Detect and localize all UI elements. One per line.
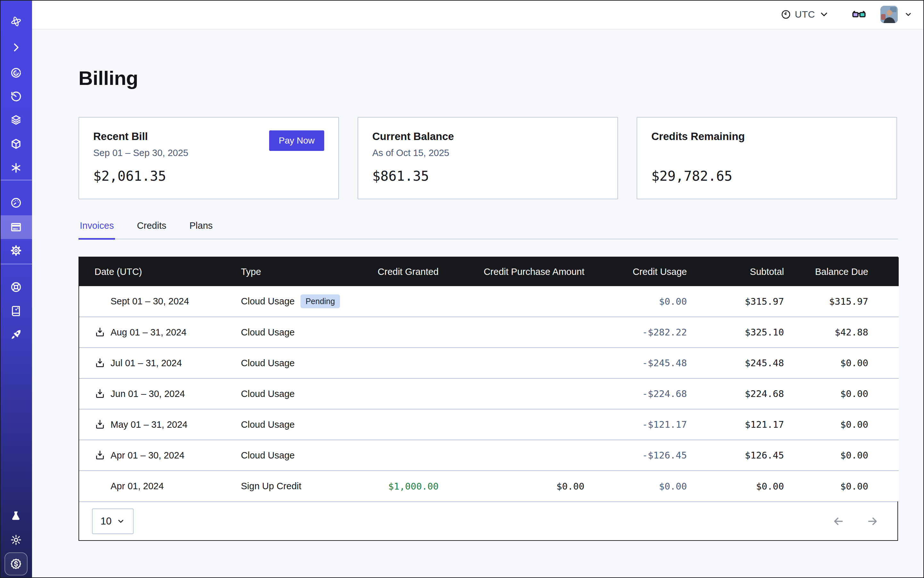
credit-usage-value: -$121.17 xyxy=(585,409,687,440)
subtotal-value: $224.68 xyxy=(687,378,784,409)
pay-now-button[interactable]: Pay Now xyxy=(269,130,324,151)
download-invoice-button[interactable] xyxy=(94,327,106,338)
invoice-period: Apr 01 – 30, 2024 xyxy=(110,450,185,461)
invoices-table: Date (UTC) Type Credit Granted Credit Pu… xyxy=(78,257,898,541)
credit-purchase-value xyxy=(438,286,585,317)
card-title: Credits Remaining xyxy=(651,130,882,143)
iris-icon[interactable] xyxy=(6,63,26,83)
main-content: Billing Recent Bill Sep 01 – Sep 30, 202… xyxy=(32,29,924,578)
flask-icon[interactable] xyxy=(6,506,26,526)
tab-plans[interactable]: Plans xyxy=(188,221,214,239)
invoice-period: Aug 01 – 31, 2024 xyxy=(110,327,187,338)
credit-usage-value: -$126.45 xyxy=(585,440,687,471)
download-invoice-button[interactable] xyxy=(94,450,106,461)
card-subtitle xyxy=(651,148,882,159)
card-amount: $861.35 xyxy=(372,168,603,184)
table-row: Aug 01 – 31, 2024 Cloud Usage -$282.22 $… xyxy=(79,317,899,347)
sidebar-divider xyxy=(0,180,32,180)
invoice-type: Cloud Usage xyxy=(241,296,295,307)
invoice-period: Apr 01, 2024 xyxy=(110,481,164,492)
gear-icon[interactable] xyxy=(6,240,26,261)
gauge-icon[interactable] xyxy=(6,193,26,213)
subtotal-value: $0.00 xyxy=(687,471,784,502)
subtotal-value: $126.45 xyxy=(687,440,784,471)
page-size-value: 10 xyxy=(101,516,112,527)
card-amount: $2,061.35 xyxy=(93,168,324,184)
credit-granted-value xyxy=(359,286,438,317)
table-row: May 01 – 31, 2024 Cloud Usage -$121.17 $… xyxy=(79,409,899,440)
glasses-icon[interactable] xyxy=(852,7,866,22)
balance-due-value: $0.00 xyxy=(784,409,899,440)
prev-page-button[interactable] xyxy=(832,515,845,528)
col-type: Type xyxy=(241,257,359,286)
col-subtotal: Subtotal xyxy=(687,257,784,286)
sun-icon[interactable] xyxy=(6,529,26,550)
cube-icon[interactable] xyxy=(6,134,26,154)
chevron-right-icon[interactable] xyxy=(6,37,26,58)
timezone-selector[interactable]: UTC xyxy=(781,9,829,20)
tab-invoices[interactable]: Invoices xyxy=(78,221,115,239)
invoice-type: Cloud Usage xyxy=(241,419,295,430)
invoice-type: Cloud Usage xyxy=(241,327,295,338)
layers-icon[interactable] xyxy=(6,110,26,130)
balance-due-value: $0.00 xyxy=(784,347,899,378)
table-row: Apr 01, 2024 Sign Up Credit $1,000.00 $0… xyxy=(79,471,899,502)
invoice-type: Cloud Usage xyxy=(241,389,295,399)
col-credit-usage: Credit Usage xyxy=(585,257,687,286)
subtotal-value: $121.17 xyxy=(687,409,784,440)
page-title: Billing xyxy=(78,67,898,89)
subtotal-value: $315.97 xyxy=(687,286,784,317)
col-balance-due: Balance Due xyxy=(784,257,899,286)
page-size-select[interactable]: 10 xyxy=(92,508,133,534)
credit-usage-value: -$282.22 xyxy=(585,317,687,347)
history-icon[interactable] xyxy=(6,86,26,107)
table-header-row: Date (UTC) Type Credit Granted Credit Pu… xyxy=(79,257,899,286)
avatar[interactable] xyxy=(880,6,898,23)
credit-purchase-value xyxy=(438,317,585,347)
invoice-period: Jun 01 – 30, 2024 xyxy=(110,389,185,399)
asterisk-icon[interactable] xyxy=(6,157,26,178)
download-invoice-button[interactable] xyxy=(94,357,106,369)
next-page-button[interactable] xyxy=(866,515,879,528)
balance-due-value: $0.00 xyxy=(784,440,899,471)
credit-usage-value: -$245.48 xyxy=(585,347,687,378)
table-row: Jul 01 – 31, 2024 Cloud Usage -$245.48 $… xyxy=(79,347,899,378)
summary-cards: Recent Bill Sep 01 – Sep 30, 2025 $2,061… xyxy=(78,117,898,199)
chevron-down-icon[interactable] xyxy=(904,10,913,19)
credit-purchase-value xyxy=(438,378,585,409)
subtotal-value: $325.10 xyxy=(687,317,784,347)
credit-granted-value: $1,000.00 xyxy=(359,471,438,502)
balance-due-value: $0.00 xyxy=(784,378,899,409)
card-title: Current Balance xyxy=(372,130,603,143)
sidebar xyxy=(0,0,32,578)
billing-tabs: Invoices Credits Plans xyxy=(78,221,898,239)
credit-granted-value xyxy=(359,347,438,378)
book-sparkle-icon[interactable] xyxy=(6,300,26,321)
credit-card-icon[interactable] xyxy=(6,217,26,237)
download-invoice-button[interactable] xyxy=(94,419,106,430)
status-badge: Pending xyxy=(300,294,340,308)
col-credit-purchase: Credit Purchase Amount xyxy=(438,257,585,286)
download-invoice-button[interactable] xyxy=(94,388,106,399)
col-date: Date (UTC) xyxy=(79,257,241,286)
sidebar-divider xyxy=(0,264,32,264)
table-footer: 10 xyxy=(79,502,897,540)
tab-credits[interactable]: Credits xyxy=(136,221,167,239)
recent-bill-card: Recent Bill Sep 01 – Sep 30, 2025 $2,061… xyxy=(78,117,339,199)
invoice-type: Sign Up Credit xyxy=(241,481,302,491)
credit-granted-value xyxy=(359,409,438,440)
rocket-icon[interactable] xyxy=(6,324,26,345)
orbit-logo-icon[interactable] xyxy=(6,11,26,32)
dollar-badge-icon[interactable] xyxy=(5,552,28,575)
card-subtitle: As of Oct 15, 2025 xyxy=(372,148,603,159)
balance-due-value: $42.88 xyxy=(784,317,899,347)
credit-usage-value: $0.00 xyxy=(585,471,687,502)
invoice-type: Cloud Usage xyxy=(241,358,295,368)
lifebuoy-icon[interactable] xyxy=(6,277,26,297)
invoice-period: Jul 01 – 31, 2024 xyxy=(110,358,182,369)
balance-due-value: $315.97 xyxy=(784,286,899,317)
credit-purchase-value xyxy=(438,347,585,378)
chevron-down-icon xyxy=(117,517,125,526)
credit-usage-value: $0.00 xyxy=(585,286,687,317)
col-credit-granted: Credit Granted xyxy=(359,257,438,286)
